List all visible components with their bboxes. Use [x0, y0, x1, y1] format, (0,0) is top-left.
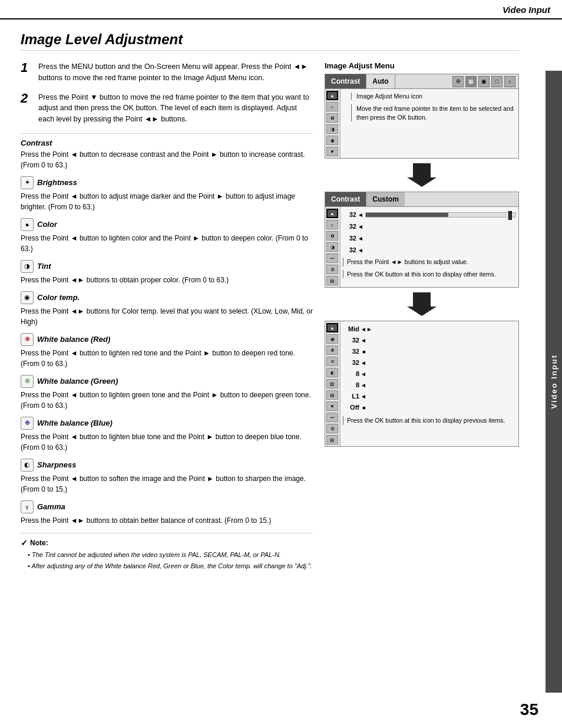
section-wb-red-body: Press the Point ◄ button to lighten red … [21, 348, 313, 369]
section-brightness: ✦ Brightness Press the Point ◄ button to… [21, 176, 313, 212]
diag1-icon-5: ◉ [326, 136, 338, 145]
section-colortemp-title: Color temp. [37, 293, 80, 302]
row-1-knob [508, 211, 512, 220]
row-b-8-2: 8 ◄ [343, 380, 516, 390]
section-contrast-body: Press the Point ◄ button to decrease con… [21, 149, 313, 170]
section-brightness-body: Press the Point ◄ button to adjust image… [21, 191, 313, 212]
row-mid: Mid ◄► [343, 324, 516, 334]
diag2-icon-4: ◑ [326, 242, 338, 252]
step-2: 2 Press the Point ▼ button to move the r… [21, 92, 313, 125]
diag3-icon-6: ▨ [326, 379, 338, 388]
row-mid-val: Mid [343, 325, 361, 332]
callout-1-area: Image Adjust Menu icon Move the red fram… [345, 93, 514, 121]
diag3-icon-2: ◉ [326, 334, 338, 344]
diag3-icon-4: ❊ [326, 357, 338, 366]
menu-bar-1-contrast: Contrast [325, 74, 366, 88]
diag1-icon-6: ▼ [326, 147, 338, 156]
section-sharpness: ◐ Sharpness Press the Point ◄ button to … [21, 459, 313, 495]
diag2-icon-1: ▲ [326, 209, 338, 218]
row-1-val: 32 [343, 211, 358, 218]
row-32-4: 32 ◄ [343, 245, 516, 255]
menu-bar-1: Contrast Auto ⚙ ▦ ▣ □ ♪ [325, 74, 519, 89]
row-3-arrows: ◄ [358, 235, 363, 242]
diagram-1-main: Image Adjust Menu icon Move the red fram… [340, 89, 518, 158]
row-b-8-1: 8 ◄ [343, 368, 516, 379]
note-title: ✓ Note: [21, 538, 313, 548]
sidebar-tab: Video Input [546, 71, 562, 693]
section-gamma-title: Gamma [37, 502, 65, 511]
row-mid-arrows: ◄► [361, 326, 372, 332]
gamma-icon: γ [21, 500, 34, 513]
section-sharpness-header: ◐ Sharpness [21, 459, 313, 472]
section-color: ● Color Press the Point ◄ button to ligh… [21, 218, 313, 254]
section-tint-title: Tint [37, 262, 51, 271]
row-b-l1: L1 ◄ [343, 391, 516, 401]
menu-bar-1-auto: Auto [366, 74, 395, 88]
diagram-2-main: 32 ◄ 32 ◄ [340, 207, 518, 287]
wb-green-icon: ❊ [21, 375, 34, 388]
arrow-down-shape-1 [407, 163, 437, 187]
diag3-icon-1: ▲ [326, 323, 338, 332]
section-wb-red-header: ❋ White balance (Red) [21, 333, 313, 346]
section-tint: ◑ Tint Press the Point ◄► buttons to obt… [21, 260, 313, 285]
section-sharpness-title: Sharpness [37, 460, 76, 469]
row-32-3: 32 ◄ [343, 233, 516, 243]
row-b-32-2: 32 ◄ [343, 346, 516, 357]
diag3-icon-9: ↩ [326, 413, 338, 422]
note-section: ✓ Note: The Tint cannot be adjusted when… [21, 533, 313, 571]
section-wb-green-header: ❊ White balance (Green) [21, 375, 313, 388]
menu-bar-2-contrast: Contrast [325, 192, 366, 206]
menu-icon-grid: ▦ [465, 76, 477, 87]
callout-5: Press the OK button at this icon to disp… [343, 416, 516, 425]
row-b-8-1-val: 8 [343, 370, 361, 377]
menu-icon-box: □ [491, 76, 503, 87]
diag3-icon-7: ▤ [326, 390, 338, 400]
diagram-2-panel: ▲ ☼ ✿ ◑ ↩ ⚙ ▤ 32 ◄ [325, 207, 519, 288]
diag3-icon-10: ⚙ [326, 424, 338, 433]
section-colortemp: ◉ Color temp. Press the Point ◄► buttons… [21, 291, 313, 327]
section-colortemp-header: ◉ Color temp. [21, 291, 313, 304]
row-b-32-3-arrows: ◄ [361, 360, 366, 366]
diag2-icon-3: ✿ [326, 231, 338, 241]
step-2-text: Press the Point ▼ button to move the red… [38, 92, 313, 125]
diag3-icon-5: ◐ [326, 368, 338, 377]
callout-3: Press the Point ◄► buttons to adjust val… [343, 258, 516, 266]
sharpness-icon: ◐ [21, 459, 34, 472]
diagram-2-wrap: Contrast Custom ▲ ☼ ✿ ◑ ↩ ⚙ ▤ [325, 192, 519, 288]
arrow-down-2 [325, 292, 519, 316]
menu-bar-1-icons: ⚙ ▦ ▣ □ ♪ [449, 76, 518, 87]
row-3-val: 32 [343, 235, 358, 242]
row-1-arrows: ◄ [358, 212, 363, 218]
row-2-val: 32 [343, 223, 358, 230]
arrow-down-1 [325, 163, 519, 187]
note-item-2: After adjusting any of the White balance… [28, 561, 313, 571]
wb-red-icon: ❋ [21, 333, 34, 346]
diag1-icon-4: ◑ [326, 124, 338, 134]
callout-4: Press the OK button at this icon to disp… [343, 270, 516, 279]
row-2-arrows: ◄ [358, 223, 363, 230]
diag1-icon-3: ✿ [326, 113, 338, 123]
section-wb-red-title: White balance (Red) [37, 335, 110, 344]
row-b-32-2-val: 32 [343, 348, 361, 355]
color-icon: ● [21, 218, 34, 231]
section-color-header: ● Color [21, 218, 313, 231]
callout-2-text: Move the red frame pointer to the item t… [351, 104, 514, 121]
section-wb-blue-body: Press the Point ◄ button to lighten blue… [21, 431, 313, 453]
row-b-32-2-arrows: ◄ [361, 348, 366, 355]
two-column-layout: 1 Press the MENU button and the On-Scree… [21, 61, 519, 573]
callout-1-text: Image Adjust Menu icon [351, 93, 514, 100]
diagram-3-sidebar: ▲ ◉ ❋ ❊ ◐ ▨ ▤ ▼ ↩ ⚙ ▤ [325, 321, 340, 446]
section-wb-green: ❊ White balance (Green) Press the Point … [21, 375, 313, 411]
diag3-icon-3: ❋ [326, 345, 338, 355]
section-color-body: Press the Point ◄ button to lighten colo… [21, 233, 313, 254]
right-column: Image Adjust Menu Contrast Auto ⚙ ▦ ▣ □ … [325, 61, 519, 573]
arrow-down-shape-2 [407, 292, 437, 316]
diagram-1-sidebar: ▲ ☼ ✿ ◑ ◉ ▼ [325, 89, 340, 158]
menu-icon-settings: ⚙ [452, 76, 464, 87]
header-title: Video Input [503, 5, 550, 15]
section-wb-blue: ❉ White balance (Blue) Press the Point ◄… [21, 417, 313, 453]
section-wb-green-body: Press the Point ◄ button to lighten gree… [21, 390, 313, 411]
step-1-text: Press the MENU button and the On-Screen … [38, 61, 313, 84]
row-b-32-3: 32 ◄ [343, 357, 516, 368]
step-1: 1 Press the MENU button and the On-Scree… [21, 61, 313, 84]
